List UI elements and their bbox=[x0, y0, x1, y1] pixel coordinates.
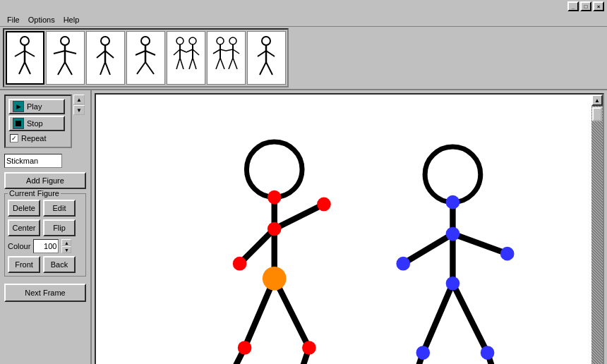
scroll-up-arrow[interactable]: ▲ bbox=[591, 95, 603, 106]
canvas-with-scroll: ▲ ▼ bbox=[95, 93, 604, 364]
colour-down-button[interactable]: ▼ bbox=[61, 246, 71, 253]
repeat-label: Repeat bbox=[21, 134, 46, 142]
svg-point-80 bbox=[446, 227, 460, 241]
svg-point-63 bbox=[268, 222, 282, 236]
frame-7[interactable] bbox=[247, 31, 286, 85]
front-button[interactable]: Front bbox=[8, 256, 40, 273]
back-button[interactable]: Back bbox=[43, 256, 76, 273]
stop-button[interactable]: Stop bbox=[8, 116, 65, 131]
frame-6-icon bbox=[210, 35, 242, 81]
title-area: _ □ × bbox=[0, 0, 607, 13]
svg-line-3 bbox=[25, 51, 35, 56]
svg-line-10 bbox=[58, 62, 65, 75]
svg-line-34 bbox=[189, 58, 193, 69]
svg-line-35 bbox=[193, 58, 196, 69]
svg-line-52 bbox=[260, 62, 266, 75]
repeat-checkbox[interactable]: ✓ bbox=[10, 134, 18, 142]
play-icon: ▶ bbox=[13, 101, 24, 112]
svg-line-75 bbox=[423, 284, 452, 353]
svg-line-2 bbox=[15, 51, 25, 56]
scroll-thumb[interactable] bbox=[592, 107, 602, 121]
svg-point-71 bbox=[425, 147, 481, 202]
frame-2-icon bbox=[49, 35, 81, 81]
svg-line-4 bbox=[19, 62, 25, 74]
play-button[interactable]: ▶ Play bbox=[8, 99, 65, 114]
svg-line-40 bbox=[216, 58, 220, 69]
svg-point-62 bbox=[268, 190, 282, 205]
svg-point-86 bbox=[481, 346, 495, 360]
left-stickman bbox=[208, 142, 331, 364]
menu-help[interactable]: Help bbox=[59, 15, 84, 25]
svg-line-33 bbox=[193, 49, 199, 55]
svg-line-41 bbox=[220, 58, 224, 69]
svg-line-32 bbox=[186, 49, 193, 52]
svg-point-18 bbox=[141, 37, 150, 45]
center-button[interactable]: Center bbox=[8, 219, 40, 236]
frame-3-icon bbox=[90, 35, 121, 81]
frame-1[interactable] bbox=[6, 31, 44, 85]
svg-point-48 bbox=[262, 37, 270, 45]
svg-line-15 bbox=[105, 51, 114, 58]
svg-line-74 bbox=[452, 234, 507, 254]
svg-line-5 bbox=[25, 62, 30, 74]
next-frame-button[interactable]: Next Frame bbox=[4, 284, 86, 302]
scroll-down-button[interactable]: ▼ bbox=[73, 105, 85, 115]
repeat-row: ✓ Repeat bbox=[8, 133, 68, 144]
frame-4[interactable] bbox=[126, 31, 165, 85]
play-label: Play bbox=[27, 102, 42, 111]
maximize-button[interactable]: □ bbox=[580, 1, 591, 11]
svg-point-67 bbox=[238, 341, 252, 355]
add-figure-button[interactable]: Add Figure bbox=[4, 172, 86, 189]
colour-input[interactable] bbox=[33, 239, 59, 253]
svg-line-21 bbox=[145, 51, 155, 55]
edit-button[interactable]: Edit bbox=[43, 200, 76, 217]
delete-edit-row: Delete Edit bbox=[8, 200, 83, 217]
menu-options[interactable]: Options bbox=[24, 15, 59, 25]
svg-point-69 bbox=[302, 341, 316, 355]
frame-4-icon bbox=[130, 35, 162, 81]
svg-point-79 bbox=[446, 195, 460, 210]
frame-6[interactable] bbox=[207, 31, 246, 85]
svg-point-0 bbox=[20, 37, 29, 45]
frame-5-icon bbox=[170, 35, 202, 81]
close-button[interactable]: × bbox=[593, 1, 604, 11]
toolbar bbox=[0, 27, 607, 90]
frame-container bbox=[3, 28, 289, 87]
svg-point-36 bbox=[217, 37, 224, 44]
main-area: ▶ Play Stop ✓ Repeat ▲ ▼ bbox=[0, 90, 607, 364]
delete-button[interactable]: Delete bbox=[8, 200, 40, 217]
svg-point-54 bbox=[246, 142, 302, 198]
colour-up-button[interactable]: ▲ bbox=[61, 239, 71, 246]
svg-point-66 bbox=[263, 267, 287, 291]
svg-line-73 bbox=[403, 234, 452, 264]
svg-point-12 bbox=[101, 37, 109, 45]
flip-button[interactable]: Flip bbox=[43, 219, 76, 236]
center-flip-row: Center Flip bbox=[8, 219, 83, 236]
frame-3[interactable] bbox=[86, 31, 125, 85]
svg-line-17 bbox=[105, 62, 110, 75]
frame-5[interactable] bbox=[167, 31, 205, 85]
svg-line-57 bbox=[240, 229, 275, 264]
svg-point-30 bbox=[189, 37, 196, 44]
drawing-canvas[interactable] bbox=[96, 95, 591, 364]
right-scrollbar: ▲ ▼ bbox=[591, 95, 603, 364]
menu-file[interactable]: File bbox=[3, 15, 24, 25]
stop-icon bbox=[13, 118, 24, 129]
svg-line-11 bbox=[65, 62, 72, 75]
svg-line-14 bbox=[97, 51, 105, 58]
svg-line-23 bbox=[145, 62, 154, 74]
frame-7-icon bbox=[251, 35, 282, 81]
svg-line-20 bbox=[136, 51, 145, 55]
figure-type-dropdown[interactable]: Stickman bbox=[4, 154, 62, 168]
left-panel: ▶ Play Stop ✓ Repeat ▲ ▼ bbox=[0, 90, 92, 364]
minimize-button[interactable]: _ bbox=[567, 1, 579, 11]
svg-point-42 bbox=[229, 37, 236, 44]
scroll-up-button[interactable]: ▲ bbox=[73, 95, 85, 104]
svg-line-39 bbox=[220, 49, 226, 51]
colour-row: Colour ▲ ▼ bbox=[8, 239, 83, 253]
svg-point-64 bbox=[317, 198, 331, 212]
frame-2[interactable] bbox=[46, 31, 85, 85]
stop-label: Stop bbox=[27, 119, 43, 128]
svg-line-38 bbox=[213, 49, 220, 54]
svg-line-16 bbox=[100, 62, 105, 75]
